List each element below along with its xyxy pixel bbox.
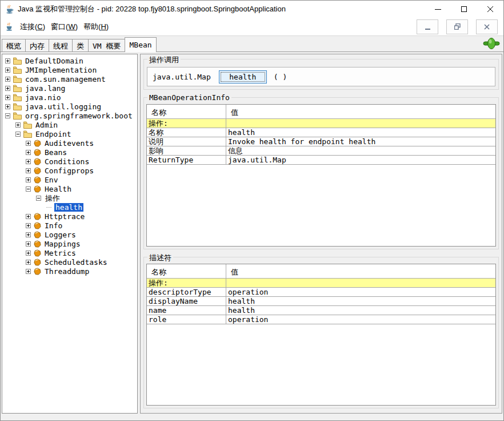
tree-label: Info	[43, 221, 63, 230]
tree-toggle-plus-icon[interactable]	[26, 214, 31, 219]
bean-icon	[34, 149, 41, 156]
tab-类[interactable]: 类	[72, 39, 89, 51]
table-row[interactable]: 说明Invoke health for endpoint health	[147, 137, 495, 146]
tree-toggle-plus-icon[interactable]	[5, 104, 10, 109]
tree-item-org.springframework.boot[interactable]: org.springframework.boot	[2, 111, 137, 120]
tree-toggle-minus-icon[interactable]	[5, 113, 10, 118]
frame-minimize-button[interactable]	[417, 19, 438, 34]
tree-item-JMImplementation[interactable]: JMImplementation	[2, 65, 137, 74]
tree-item-Configprops[interactable]: Configprops	[2, 166, 137, 175]
tree-toggle-plus-icon[interactable]	[26, 241, 31, 247]
tree-toggle-plus-icon[interactable]	[5, 86, 10, 91]
tab-概览[interactable]: 概览	[2, 39, 26, 51]
cell-value: java.util.Map	[226, 156, 495, 164]
table-row[interactable]: namehealth	[147, 306, 495, 315]
tree-toggle-plus-icon[interactable]	[26, 150, 31, 155]
descriptor-table: 名称值操作:descriptorTypeoperationdisplayName…	[146, 264, 496, 406]
invoke-health-button[interactable]: health	[219, 70, 267, 84]
menu-items: 连接(C)窗口(W)帮助(H)	[17, 20, 111, 34]
tree-toggle-minus-icon[interactable]	[36, 196, 41, 201]
tree-label: Auditevents	[43, 139, 95, 148]
tab-MBean[interactable]: MBean	[125, 37, 156, 52]
tree-item-Httptrace[interactable]: Httptrace	[2, 212, 137, 221]
tree-item-Info[interactable]: Info	[2, 221, 137, 230]
menu-item[interactable]: 帮助(H)	[81, 20, 111, 34]
tree-toggle-plus-icon[interactable]	[26, 159, 31, 164]
table-row[interactable]: 名称health	[147, 128, 495, 137]
cell-name: name	[147, 306, 226, 315]
window-close-button[interactable]	[477, 1, 503, 18]
tree-item-Conditions[interactable]: Conditions	[2, 157, 137, 166]
tree-toggle-plus-icon[interactable]	[26, 251, 31, 256]
table-row[interactable]: roleoperation	[147, 315, 495, 324]
tree-item-Mappings[interactable]: Mappings	[2, 239, 137, 248]
tree-item-Endpoint[interactable]: Endpoint	[2, 129, 137, 138]
bean-icon	[34, 240, 41, 248]
tree-item-Scheduledtasks[interactable]: Scheduledtasks	[2, 257, 137, 267]
column-header-name: 名称	[147, 264, 226, 278]
tree-label: Endpoint	[34, 130, 73, 138]
tree-item-Admin[interactable]: Admin	[2, 120, 137, 129]
window-maximize-button[interactable]	[451, 1, 477, 18]
tree-item-java.util.logging[interactable]: java.util.logging	[2, 102, 137, 111]
tab-VM 概要[interactable]: VM 概要	[88, 39, 125, 51]
table-row[interactable]: 操作:	[147, 279, 495, 288]
table-row[interactable]: displayNamehealth	[147, 297, 495, 306]
tree-item-Metrics[interactable]: Metrics	[2, 248, 137, 257]
tree-item-操作[interactable]: 操作	[2, 193, 137, 202]
table-row[interactable]: descriptorTypeoperation	[147, 288, 495, 297]
tree-item-com.sun.management[interactable]: com.sun.management	[2, 74, 137, 84]
tree-toggle-plus-icon[interactable]	[26, 168, 31, 173]
tree-item-Beans[interactable]: Beans	[2, 148, 137, 157]
tree-item-Loggers[interactable]: Loggers	[2, 230, 137, 239]
title-bar: Java 监视和管理控制台 - pid: 20228 top.fjy8018.s…	[1, 1, 503, 18]
tree-label: Health	[43, 185, 73, 193]
tree-toggle-plus-icon[interactable]	[5, 77, 10, 82]
tree-item-java.nio[interactable]: java.nio	[2, 93, 137, 102]
tree-label: Env	[43, 176, 59, 184]
tree-item-health[interactable]: health	[2, 202, 137, 212]
bean-icon	[34, 176, 41, 184]
tree-toggle-plus-icon[interactable]	[5, 58, 10, 63]
cell-name: role	[147, 315, 226, 324]
tree-label: Mappings	[43, 240, 82, 248]
table-row[interactable]: 影响信息	[147, 146, 495, 156]
tree-toggle-plus-icon[interactable]	[26, 141, 31, 146]
tree-item-Env[interactable]: Env	[2, 175, 137, 184]
window-minimize-button[interactable]	[425, 1, 451, 18]
tab-bar: 概览内存线程类VM 概要MBean	[1, 36, 503, 52]
frame-restore-button[interactable]	[446, 19, 468, 34]
tree-toggle-plus-icon[interactable]	[5, 95, 10, 100]
tree-item-Threaddump[interactable]: Threaddump	[2, 267, 137, 276]
main-split: DefaultDomainJMImplementationcom.sun.man…	[1, 52, 503, 414]
tree-item-Auditevents[interactable]: Auditevents	[2, 138, 137, 148]
tree-toggle-plus-icon[interactable]	[26, 223, 31, 228]
tree-toggle-minus-icon[interactable]	[26, 186, 31, 192]
tree-toggle-plus-icon[interactable]	[26, 232, 31, 237]
frame-close-button[interactable]	[476, 19, 498, 34]
folder-icon	[13, 85, 22, 92]
tree-toggle-plus-icon[interactable]	[26, 269, 31, 274]
tree-toggle-plus-icon[interactable]	[26, 260, 31, 265]
folder-icon	[13, 66, 22, 74]
menu-item[interactable]: 连接(C)	[17, 20, 48, 34]
tree-item-Health[interactable]: Health	[2, 184, 137, 193]
cell-name: descriptorType	[147, 288, 226, 296]
folder-icon	[13, 112, 22, 120]
table-row[interactable]: 操作:	[147, 119, 495, 128]
tab-线程[interactable]: 线程	[49, 39, 73, 51]
tree-item-java.lang[interactable]: java.lang	[2, 84, 137, 93]
tree-toggle-plus-icon[interactable]	[5, 67, 10, 73]
bean-icon	[34, 249, 41, 257]
cell-value	[226, 279, 495, 287]
operation-info-group: MBeanOperationInfo 名称值操作:名称health说明Invok…	[143, 97, 499, 249]
menu-item[interactable]: 窗口(W)	[48, 20, 81, 34]
tree-item-DefaultDomain[interactable]: DefaultDomain	[2, 56, 137, 65]
frame-restore-icon	[454, 23, 461, 30]
tree-toggle-plus-icon[interactable]	[15, 122, 21, 128]
tree-toggle-minus-icon[interactable]	[15, 132, 21, 137]
table-row[interactable]: ReturnTypejava.util.Map	[147, 156, 495, 165]
cell-value: Invoke health for endpoint health	[226, 137, 495, 146]
tab-内存[interactable]: 内存	[25, 39, 49, 51]
tree-toggle-plus-icon[interactable]	[26, 177, 31, 182]
